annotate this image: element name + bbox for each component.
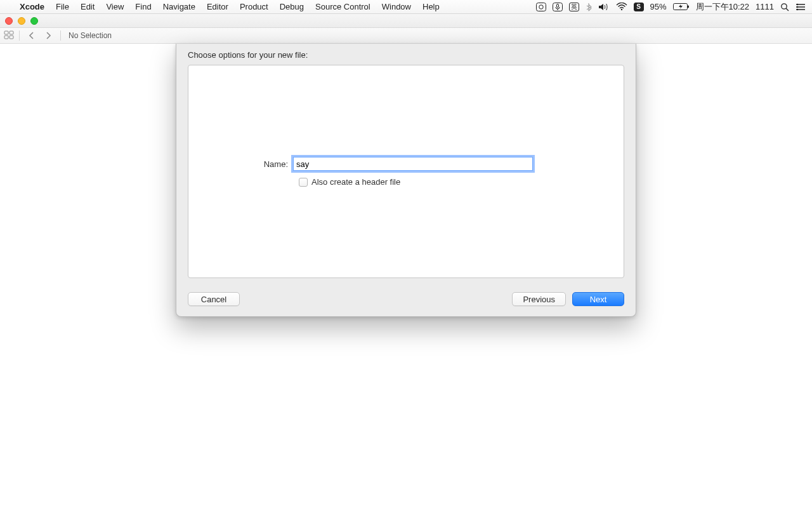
name-row: Name:: [188, 157, 624, 171]
svg-rect-6: [688, 6, 689, 8]
svg-rect-17: [4, 36, 8, 39]
input-method-2-icon[interactable]: S: [634, 3, 644, 11]
menu-file[interactable]: File: [50, 0, 75, 14]
new-file-sheet: Choose options for your new file: Name: …: [176, 44, 636, 317]
svg-line-8: [786, 8, 789, 11]
menu-product[interactable]: Product: [234, 0, 274, 14]
svg-rect-18: [10, 36, 13, 39]
jump-bar-path[interactable]: No Selection: [66, 31, 112, 40]
bluetooth-icon[interactable]: [586, 3, 592, 11]
menu-help[interactable]: Help: [417, 0, 445, 14]
xcode-window: No Selection Choose options for your new…: [0, 14, 812, 44]
nav-forward-button[interactable]: [41, 32, 55, 39]
screen-capture-icon[interactable]: [536, 3, 546, 11]
name-input[interactable]: [293, 157, 533, 171]
window-zoom-button[interactable]: [30, 17, 38, 25]
notification-center-icon[interactable]: [796, 3, 806, 11]
window-controls: [5, 17, 38, 25]
app-menu[interactable]: Xcode: [14, 0, 50, 14]
mic-icon[interactable]: [553, 3, 563, 11]
sheet-title: Choose options for your new file:: [176, 44, 636, 65]
nav-back-button[interactable]: [25, 32, 39, 39]
svg-point-14: [797, 8, 798, 10]
also-header-row: Also create a header file: [299, 177, 400, 187]
sheet-footer: Cancel Previous Next: [176, 287, 636, 316]
macos-menubar: Xcode File Edit View Find Navigate Edito…: [0, 0, 812, 14]
window-close-button[interactable]: [5, 17, 13, 25]
svg-point-13: [797, 6, 798, 7]
menu-editor[interactable]: Editor: [201, 0, 234, 14]
menu-find[interactable]: Find: [129, 0, 157, 14]
menu-debug[interactable]: Debug: [274, 0, 310, 14]
input-method-icon[interactable]: 英: [569, 3, 579, 11]
svg-point-7: [782, 3, 787, 8]
svg-point-12: [797, 3, 798, 4]
also-header-checkbox[interactable]: [299, 178, 308, 187]
menu-window[interactable]: Window: [376, 0, 417, 14]
sheet-body: Name: Also create a header file: [188, 65, 624, 278]
window-minimize-button[interactable]: [18, 17, 25, 25]
battery-charging-icon[interactable]: [673, 3, 690, 11]
battery-percent: 95%: [650, 2, 667, 11]
cancel-button[interactable]: Cancel: [188, 292, 240, 306]
menubar-left: Xcode File Edit View Find Navigate Edito…: [6, 0, 445, 14]
previous-button[interactable]: Previous: [512, 292, 566, 306]
jump-bar: No Selection: [0, 28, 812, 44]
svg-point-4: [620, 9, 622, 10]
also-header-label: Also create a header file: [311, 177, 400, 187]
menu-source-control[interactable]: Source Control: [310, 0, 376, 14]
spotlight-icon[interactable]: [780, 3, 789, 11]
name-label: Name:: [188, 159, 293, 169]
menubar-extra-text[interactable]: 1111: [756, 2, 774, 11]
previous-button-label: Previous: [523, 295, 555, 304]
menu-view[interactable]: View: [100, 0, 129, 14]
menubar-right: 英 S 95% 周一下午10:22 1111: [536, 1, 806, 13]
menu-edit[interactable]: Edit: [75, 0, 100, 14]
wifi-icon[interactable]: [616, 3, 627, 11]
svg-rect-3: [556, 4, 558, 7]
menubar-clock[interactable]: 周一下午10:22: [696, 1, 750, 13]
window-titlebar: [0, 14, 812, 28]
svg-rect-16: [10, 31, 13, 34]
volume-icon[interactable]: [598, 3, 610, 11]
svg-point-1: [539, 4, 542, 8]
svg-rect-15: [4, 31, 8, 34]
next-button[interactable]: Next: [572, 292, 624, 306]
related-items-icon[interactable]: [4, 30, 14, 41]
svg-rect-0: [536, 3, 546, 11]
cancel-button-label: Cancel: [201, 295, 226, 304]
next-button-label: Next: [590, 295, 607, 304]
menu-navigate[interactable]: Navigate: [157, 0, 201, 14]
